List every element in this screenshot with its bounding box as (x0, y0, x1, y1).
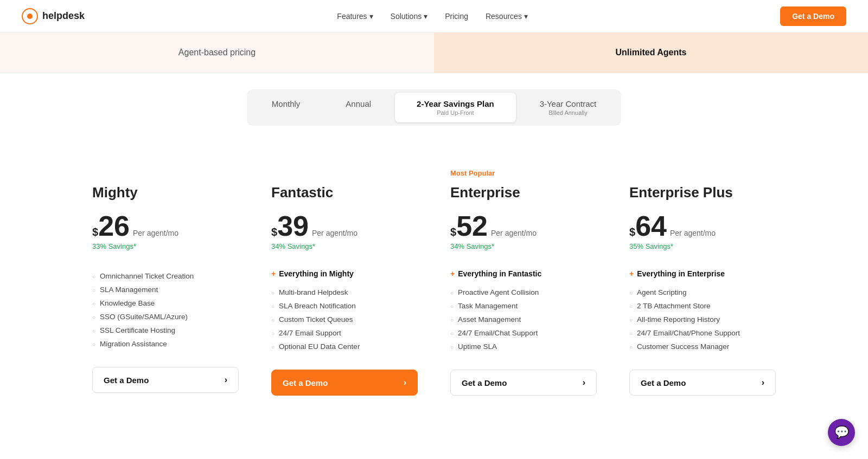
nav-resources[interactable]: Resources ▾ (486, 12, 528, 21)
billing-tab-annual[interactable]: Annual (324, 93, 393, 122)
list-item: 24/7 Email/Chat Support (450, 326, 597, 340)
nav-get-demo-button[interactable]: Get a Demo (780, 7, 846, 26)
list-item: Custom Ticket Queues (271, 313, 418, 326)
billing-tab-2year[interactable]: 2-Year Savings Plan Paid Up-Front (395, 93, 516, 122)
list-item: All-time Reporting History (629, 313, 776, 326)
list-item: Uptime SLA (450, 340, 597, 353)
plan-mighty-tag (92, 169, 239, 180)
plan-enterprise-plus-features-header: + Everything in Enterprise (629, 269, 776, 278)
plan-fantastic-per: Per agent/mo (312, 229, 358, 237)
plan-enterprise-savings: 34% Savings* (450, 242, 597, 253)
plan-enterprise-plus-amount: 64 (635, 212, 667, 240)
plan-mighty-amount: 26 (98, 212, 130, 240)
list-item: Customer Success Manager (629, 340, 776, 353)
plan-enterprise-name: Enterprise (450, 184, 597, 201)
plan-enterprise-plus-savings: 35% Savings* (629, 242, 776, 253)
plan-enterprise-plus-cta[interactable]: Get a Demo › (629, 370, 776, 396)
plan-fantastic-savings: 34% Savings* (271, 242, 418, 253)
arrow-right-icon: › (583, 378, 585, 387)
plan-enterprise-tag: Most Popular (450, 169, 597, 180)
plan-enterprise-plus-features: Agent Scripting 2 TB Attachment Store Al… (629, 286, 776, 353)
plan-mighty-savings: 33% Savings* (92, 242, 239, 253)
chat-icon: 💬 (834, 425, 849, 439)
list-item: SSO (GSuite/SAML/Azure) (92, 310, 239, 324)
nav-solutions[interactable]: Solutions ▾ (391, 12, 428, 21)
plans-grid: Mighty $ 26 Per agent/mo 33% Savings* Om… (54, 131, 814, 439)
list-item: Agent Scripting (629, 286, 776, 299)
plan-mighty: Mighty $ 26 Per agent/mo 33% Savings* Om… (76, 153, 255, 406)
chat-bubble-button[interactable]: 💬 (828, 419, 855, 439)
logo-icon (22, 8, 38, 24)
list-item: Knowledge Base (92, 296, 239, 310)
list-item: Multi-brand Helpdesk (271, 286, 418, 299)
chevron-down-icon: ▾ (524, 12, 528, 21)
nav-links: Features ▾ Solutions ▾ Pricing Resources… (337, 12, 528, 21)
plan-mighty-cta[interactable]: Get a Demo › (92, 367, 239, 393)
plan-enterprise-plus-dollar: $ (629, 226, 635, 238)
list-item: SLA Breach Notification (271, 299, 418, 313)
billing-tab-monthly[interactable]: Monthly (250, 93, 322, 122)
list-item: Omnichannel Ticket Creation (92, 269, 239, 283)
arrow-right-icon: › (762, 378, 764, 387)
nav-features[interactable]: Features ▾ (337, 12, 373, 21)
billing-tab-3year[interactable]: 3-Year Contract Billed Annually (518, 93, 618, 122)
logo[interactable]: helpdesk (22, 8, 85, 24)
list-item: Proactive Agent Collision (450, 286, 597, 299)
plan-fantastic-features: Multi-brand Helpdesk SLA Breach Notifica… (271, 286, 418, 353)
plan-enterprise-amount: 52 (456, 212, 488, 240)
plan-mighty-price: $ 26 Per agent/mo (92, 212, 239, 240)
list-item: 2 TB Attachment Store (629, 299, 776, 313)
list-item: Migration Assistance (92, 337, 239, 351)
chevron-down-icon: ▾ (424, 12, 427, 21)
arrow-right-icon: › (404, 378, 406, 387)
plan-enterprise-plus-tag (629, 169, 776, 180)
plan-enterprise-plus-price: $ 64 Per agent/mo (629, 212, 776, 240)
plan-enterprise-cta[interactable]: Get a Demo › (450, 370, 597, 396)
list-item: SLA Management (92, 283, 239, 296)
plan-fantastic-cta[interactable]: Get a Demo › (271, 370, 418, 396)
plan-fantastic-features-header: + Everything in Mighty (271, 269, 418, 278)
list-item: 24/7 Email/Chat/Phone Support (629, 326, 776, 340)
plan-enterprise-features-header: + Everything in Fantastic (450, 269, 597, 278)
arrow-right-icon: › (225, 375, 227, 385)
plan-mighty-dollar: $ (92, 226, 98, 238)
plan-fantastic-dollar: $ (271, 226, 277, 238)
plan-enterprise-features: Proactive Agent Collision Task Managemen… (450, 286, 597, 353)
plan-fantastic-price: $ 39 Per agent/mo (271, 212, 418, 240)
navbar: helpdesk Features ▾ Solutions ▾ Pricing … (0, 0, 868, 33)
billing-tabs: Monthly Annual 2-Year Savings Plan Paid … (247, 89, 621, 126)
plan-enterprise-plus-per: Per agent/mo (670, 229, 716, 237)
plan-enterprise-plus-name: Enterprise Plus (629, 184, 776, 201)
plan-fantastic: Fantastic $ 39 Per agent/mo 34% Savings*… (255, 153, 434, 406)
plan-enterprise-price: $ 52 Per agent/mo (450, 212, 597, 240)
list-item: Task Management (450, 299, 597, 313)
list-item: 24/7 Email Support (271, 326, 418, 340)
list-item: Asset Management (450, 313, 597, 326)
nav-pricing[interactable]: Pricing (445, 12, 468, 21)
plan-enterprise-per: Per agent/mo (491, 229, 537, 237)
plan-enterprise: Most Popular Enterprise $ 52 Per agent/m… (434, 153, 613, 406)
plan-mighty-features: Omnichannel Ticket Creation SLA Manageme… (92, 269, 239, 351)
list-item: SSL Certificate Hosting (92, 324, 239, 337)
tab-agent-based[interactable]: Agent-based pricing (0, 33, 434, 73)
plan-fantastic-amount: 39 (277, 212, 309, 240)
billing-tabs-wrapper: Monthly Annual 2-Year Savings Plan Paid … (0, 73, 868, 131)
plan-fantastic-name: Fantastic (271, 184, 418, 201)
plan-fantastic-tag (271, 169, 418, 180)
plan-enterprise-dollar: $ (450, 226, 456, 238)
chevron-down-icon: ▾ (369, 12, 373, 21)
logo-text: helpdesk (42, 10, 85, 22)
list-item: Optional EU Data Center (271, 340, 418, 353)
plan-enterprise-plus: Enterprise Plus $ 64 Per agent/mo 35% Sa… (613, 153, 792, 406)
plan-mighty-name: Mighty (92, 184, 239, 201)
pricing-type-tabs: Agent-based pricing Unlimited Agents (0, 33, 868, 73)
tab-unlimited-agents[interactable]: Unlimited Agents (434, 33, 868, 73)
plan-mighty-per: Per agent/mo (133, 229, 178, 237)
